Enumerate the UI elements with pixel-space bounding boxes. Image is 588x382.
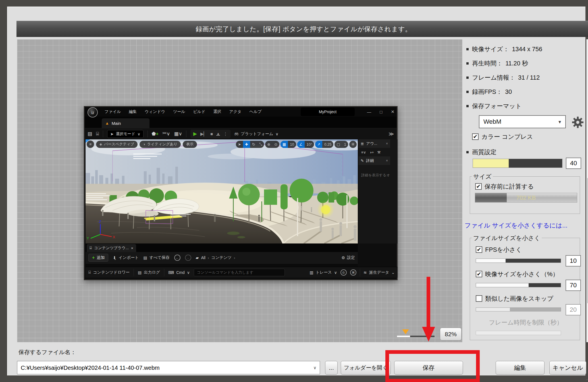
back-icon[interactable]: ←: [174, 255, 180, 261]
add-button[interactable]: + 追加: [88, 254, 108, 262]
breadcrumb-folder[interactable]: コンテンツ: [211, 255, 232, 260]
content-drawer-button[interactable]: ⌸ コンテンツドロワー: [88, 270, 130, 275]
world-space-icon[interactable]: ⊕: [265, 141, 272, 148]
reduce-resolution-slider[interactable]: [476, 283, 561, 287]
zoom-slider-marker[interactable]: [402, 329, 409, 334]
move-tool-icon[interactable]: ✚: [243, 141, 250, 148]
color-compress-checkbox[interactable]: ✔ カラー コンプレス: [472, 133, 533, 141]
select-tool-icon[interactable]: ➤: [236, 141, 243, 148]
reduce-fps-value-box[interactable]: 10: [566, 255, 581, 267]
platforms-dropdown[interactable]: 🎮︎ プラットフォーム ∨: [234, 131, 279, 137]
world-icon[interactable]: ◑+: [369, 150, 374, 154]
quad-view-icon[interactable]: ⊞: [349, 141, 357, 148]
maximize-button[interactable]: □: [380, 110, 382, 114]
rotate-tool-icon[interactable]: ↻: [250, 141, 257, 148]
blueprints-icon[interactable]: ⎃∨: [163, 131, 170, 137]
zoom-level-button[interactable]: 82%: [440, 328, 462, 340]
rotation-snap-value[interactable]: 10°: [305, 141, 314, 148]
filename-input[interactable]: [17, 364, 310, 371]
edit-button[interactable]: 編集: [496, 361, 545, 375]
format-settings-gear-icon[interactable]: [572, 116, 584, 129]
frame-skip-icon[interactable]: ▶▏: [200, 131, 207, 137]
menu-select[interactable]: 選択: [213, 109, 221, 114]
scroll-down-icon[interactable]: ▼: [587, 336, 588, 342]
cmd-dropdown[interactable]: ⌨︎ Cmd ∨: [168, 270, 190, 275]
forward-icon[interactable]: →: [185, 255, 191, 261]
checkbox-icon[interactable]: ✔: [476, 271, 482, 277]
breadcrumb-root[interactable]: All: [201, 255, 205, 260]
reduce-resolution-value-box[interactable]: 70: [566, 280, 581, 291]
tab-outliner[interactable]: ≣ アウ... ×: [358, 139, 390, 148]
checkbox-icon[interactable]: ✔: [476, 246, 482, 253]
scale-snap-value[interactable]: 0.25: [322, 141, 333, 148]
reduce-size-link[interactable]: ファイル サイズを小さくするには...: [465, 221, 568, 230]
camera-speed-value[interactable]: 1: [342, 141, 348, 148]
filename-combobox[interactable]: ∨: [17, 361, 320, 374]
rotation-snap-icon[interactable]: ∠: [297, 141, 305, 148]
grid-snap-value[interactable]: 10: [288, 141, 296, 148]
menu-tools[interactable]: ツール: [173, 109, 185, 114]
add-actor-icon[interactable]: ⬟+: [152, 131, 159, 137]
menu-window[interactable]: ウィンドウ: [145, 109, 165, 114]
open-folder-button[interactable]: フォルダーを開く: [341, 361, 391, 375]
checkbox-icon[interactable]: ✔: [475, 183, 482, 190]
browse-button[interactable]: ...: [325, 361, 338, 375]
tab-details[interactable]: ✎ 詳細 ×: [358, 156, 390, 165]
kebab-menu-icon[interactable]: ⋮: [223, 131, 228, 137]
cb-settings-button[interactable]: ⚙︎ 設定: [341, 255, 355, 260]
reduce-fps-checkbox[interactable]: ✔ FPSを小さく: [476, 245, 522, 254]
format-select[interactable]: WebM ▼: [479, 115, 566, 128]
filter-icon[interactable]: ≡∨: [361, 150, 366, 154]
snapshot-icon[interactable]: ▣: [350, 269, 356, 276]
content-browser-icon[interactable]: ⌸: [96, 131, 99, 137]
output-log-button[interactable]: ▤ 出力ログ: [138, 270, 160, 275]
menu-actor[interactable]: アクタ: [229, 109, 242, 114]
scale-snap-icon[interactable]: ↗: [315, 141, 322, 148]
tab-content-browser[interactable]: ⌸ コンテンツブラウ... ×: [87, 244, 136, 252]
calc-before-save-checkbox[interactable]: ✔ 保存前に計算する: [475, 182, 534, 191]
close-icon[interactable]: ×: [131, 246, 133, 250]
select-mode-dropdown[interactable]: ➤ 選択モード ∨: [107, 130, 143, 138]
reduce-fps-slider[interactable]: [476, 259, 561, 263]
menu-build[interactable]: ビルド: [193, 109, 205, 114]
trace-dropdown[interactable]: ▥ トレース ∨: [309, 270, 337, 275]
toolbar-overflow-icon[interactable]: ≫: [388, 131, 394, 137]
insights-icon[interactable]: ◍: [340, 269, 347, 276]
reduce-resolution-checkbox[interactable]: ✔ 映像サイズを小さく（%）: [476, 270, 559, 278]
minimize-button[interactable]: —: [367, 110, 371, 114]
perspective-dropdown[interactable]: ◈ パースペクティブ: [96, 141, 138, 148]
sidebar-scrollbar[interactable]: ▲ ▼: [586, 39, 588, 342]
show-dropdown[interactable]: 表示: [183, 141, 197, 148]
save-icon[interactable]: ▤: [88, 131, 92, 137]
surface-snap-icon[interactable]: ⊙: [272, 141, 279, 148]
close-button[interactable]: ✕: [391, 109, 394, 114]
close-icon[interactable]: ×: [386, 159, 388, 163]
camera-speed-icon[interactable]: ▢: [334, 141, 342, 148]
checkbox-icon[interactable]: ✔: [472, 133, 479, 140]
play-icon[interactable]: ▶: [193, 131, 197, 137]
resize-grip[interactable]: [585, 375, 588, 381]
import-button[interactable]: ⬇̱ インポート: [113, 255, 139, 260]
menu-help[interactable]: ヘルプ: [250, 109, 262, 114]
lit-mode-dropdown[interactable]: ◑ ライティングあり: [140, 141, 181, 148]
stop-icon[interactable]: ■: [210, 131, 213, 136]
settings-small-icon[interactable]: ⚒: [377, 150, 381, 154]
chevron-down-icon[interactable]: ∨: [310, 365, 320, 370]
tab-main-level[interactable]: ▲ Main: [102, 118, 149, 128]
skip-similar-checkbox[interactable]: 類似した画像をスキップ: [476, 294, 553, 303]
scroll-up-icon[interactable]: ▲: [587, 39, 588, 46]
checkbox-icon[interactable]: [476, 295, 482, 302]
close-icon[interactable]: ×: [386, 142, 388, 146]
scale-tool-icon[interactable]: ⤡: [257, 141, 264, 148]
grid-snap-icon[interactable]: ▦: [281, 141, 288, 148]
console-command-input[interactable]: コンソールコマンドを入力します: [194, 269, 285, 276]
quality-slider[interactable]: [473, 159, 562, 168]
viewport[interactable]: Z Y X ≡ ◈ パースペクティブ ◑ ライティングあり: [86, 139, 358, 243]
cancel-button[interactable]: キャンセル: [549, 361, 586, 375]
save-all-button[interactable]: ▤ すべて保存: [143, 255, 169, 260]
viewport-menu-icon[interactable]: ≡: [87, 141, 94, 148]
derived-data-button[interactable]: ≋ 派生データ ⌄: [363, 270, 395, 275]
quality-value-box[interactable]: 40: [566, 158, 581, 169]
menu-file[interactable]: ファイル: [105, 109, 121, 114]
eject-icon[interactable]: ▲: [216, 132, 220, 136]
